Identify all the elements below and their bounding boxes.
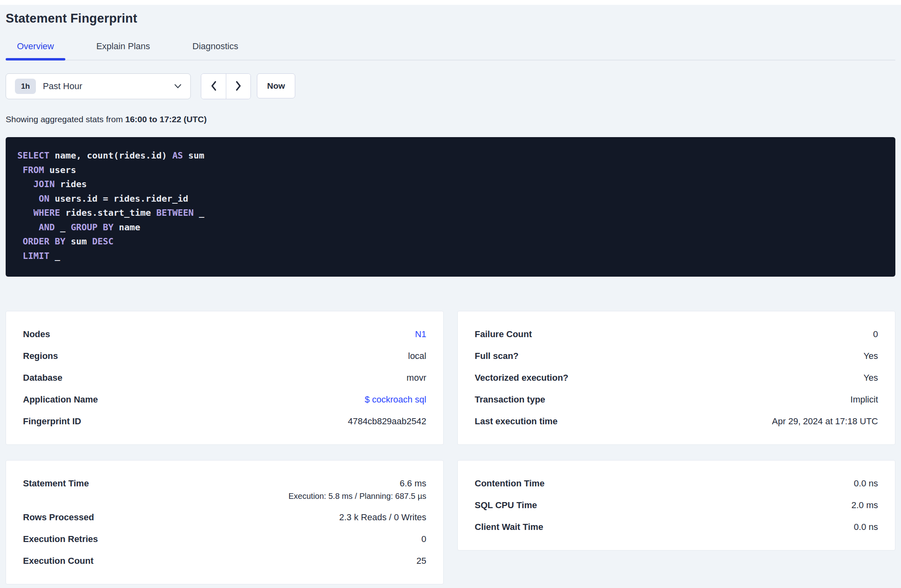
time-range-dropdown[interactable]: 1h Past Hour [6, 73, 191, 99]
sql-statement: SELECT name, count(rides.id) AS sum FROM… [17, 148, 883, 263]
stat-value: 0.0 ns [854, 478, 878, 489]
stat-label: Rows Processed [23, 512, 94, 523]
stat-row: Client Wait Time0.0 ns [475, 522, 878, 532]
time-picker-row: 1h Past Hour [6, 73, 895, 99]
wait-time-card: Contention Time0.0 nsSQL CPU Time2.0 msC… [457, 460, 895, 550]
stat-value: 0 [421, 534, 426, 544]
stat-label: SQL CPU Time [475, 500, 537, 511]
stat-label: Application Name [23, 394, 98, 405]
caption-time-range: 16:00 to 17:22 (UTC) [125, 115, 207, 124]
stat-row: Databasemovr [23, 373, 426, 383]
stat-value: 6.6 ms [400, 478, 426, 489]
stat-label: Failure Count [475, 329, 532, 340]
stat-row: SQL CPU Time2.0 ms [475, 500, 878, 511]
stat-value: 0.0 ns [854, 522, 878, 532]
stat-label: Regions [23, 351, 58, 361]
stat-label: Statement Time [23, 478, 89, 489]
stat-value: Yes [863, 351, 878, 361]
chevron-down-icon [174, 84, 181, 89]
sql-statement-box: SELECT name, count(rides.id) AS sum FROM… [6, 137, 895, 277]
stat-label: Client Wait Time [475, 522, 543, 532]
stat-row: Execution Count25 [23, 556, 426, 566]
execution-attributes-card: Failure Count0Full scan?YesVectorized ex… [457, 311, 895, 445]
stat-label: Fingerprint ID [23, 416, 81, 427]
next-interval-button[interactable] [226, 74, 250, 99]
stat-value: Yes [863, 373, 878, 383]
stat-row: Regionslocal [23, 351, 426, 361]
stat-row: Statement Time6.6 ms [23, 478, 426, 489]
stat-label: Nodes [23, 329, 50, 340]
tab-bar: Overview Explain Plans Diagnostics [6, 41, 895, 60]
stat-label: Transaction type [475, 394, 545, 405]
tab-overview[interactable]: Overview [6, 41, 65, 60]
stats-cards-grid: NodesN1RegionslocalDatabasemovrApplicati… [6, 311, 895, 584]
stat-value: Apr 29, 2024 at 17:18 UTC [772, 416, 878, 427]
stat-label: Database [23, 373, 63, 383]
caption-prefix: Showing aggregated stats from [6, 115, 125, 124]
stat-row: NodesN1 [23, 329, 426, 340]
time-step-buttons [201, 73, 251, 99]
stat-value: 2.0 ms [851, 500, 878, 511]
statement-timing-card: Statement Time6.6 msExecution: 5.8 ms / … [6, 460, 444, 584]
now-button[interactable]: Now [257, 73, 295, 98]
stat-label: Vectorized execution? [475, 373, 568, 383]
chevron-left-icon [209, 81, 218, 92]
stat-value: Implicit [851, 394, 878, 405]
statement-details-card: NodesN1RegionslocalDatabasemovrApplicati… [6, 311, 444, 445]
statement-fingerprint-page: Statement Fingerprint Overview Explain P… [0, 11, 901, 584]
chevron-right-icon [234, 81, 243, 92]
stat-value: 25 [417, 556, 426, 566]
stat-row: Vectorized execution?Yes [475, 373, 878, 383]
aggregated-stats-caption: Showing aggregated stats from 16:00 to 1… [6, 115, 895, 124]
tab-explain-plans[interactable]: Explain Plans [85, 41, 161, 60]
stat-row: Last execution timeApr 29, 2024 at 17:18… [475, 416, 878, 427]
stat-row: Application Name$ cockroach sql [23, 394, 426, 405]
page-title: Statement Fingerprint [6, 11, 895, 26]
stat-value: local [408, 351, 426, 361]
stat-label: Full scan? [475, 351, 519, 361]
time-range-badge: 1h [15, 79, 36, 94]
stat-label: Execution Count [23, 556, 94, 566]
stat-label: Last execution time [475, 416, 557, 427]
tab-diagnostics[interactable]: Diagnostics [181, 41, 250, 60]
stat-value: 2.3 k Reads / 0 Writes [339, 512, 426, 523]
stat-row: Execution Retries0 [23, 534, 426, 544]
stat-value: movr [407, 373, 426, 383]
stat-value: 0 [873, 329, 878, 340]
top-edge-strip [0, 0, 901, 5]
stat-row: Transaction typeImplicit [475, 394, 878, 405]
stat-label: Execution Retries [23, 534, 98, 544]
stat-row: Rows Processed2.3 k Reads / 0 Writes [23, 512, 426, 523]
stat-value-link[interactable]: N1 [415, 329, 426, 340]
previous-interval-button[interactable] [201, 74, 226, 99]
stat-row: Fingerprint ID4784cb829aab2542 [23, 416, 426, 427]
stat-value-link[interactable]: $ cockroach sql [365, 394, 426, 405]
stat-subvalue: Execution: 5.8 ms / Planning: 687.5 µs [23, 491, 426, 501]
stat-row: Contention Time0.0 ns [475, 478, 878, 489]
time-range-label: Past Hour [43, 81, 82, 92]
stat-label: Contention Time [475, 478, 544, 489]
stat-row: Failure Count0 [475, 329, 878, 340]
stat-value: 4784cb829aab2542 [348, 416, 426, 427]
stat-row: Full scan?Yes [475, 351, 878, 361]
